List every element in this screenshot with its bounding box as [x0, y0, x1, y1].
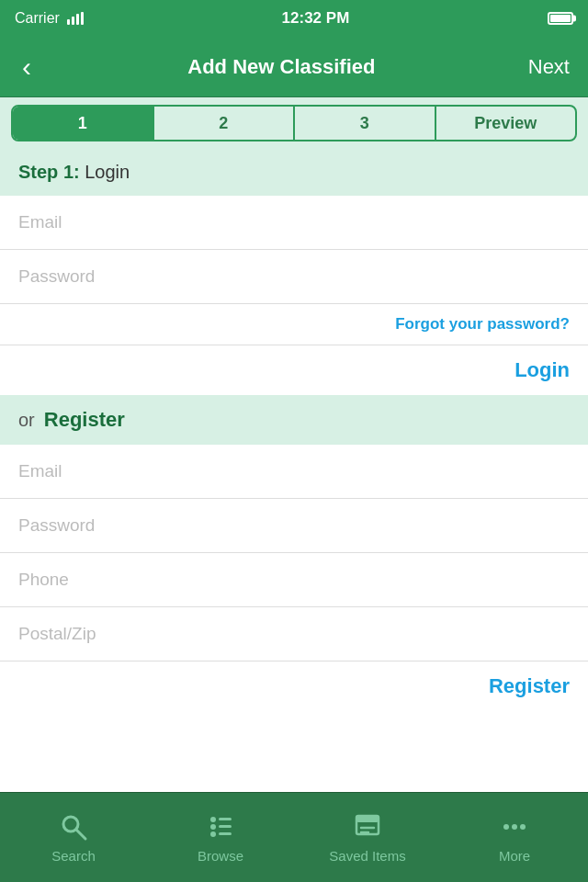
- back-button[interactable]: ‹: [18, 46, 35, 88]
- tab-more[interactable]: More: [441, 811, 588, 864]
- register-form: Register: [0, 445, 588, 711]
- login-password-field[interactable]: [0, 250, 588, 304]
- svg-rect-9: [219, 825, 232, 828]
- battery-icon: [548, 12, 573, 25]
- saved-icon: [352, 811, 383, 842]
- carrier-info: Carrier: [15, 10, 84, 27]
- forgot-password-link[interactable]: Forgot your password?: [395, 315, 570, 333]
- register-email-input[interactable]: [18, 461, 570, 481]
- forgot-password-row: Forgot your password?: [0, 304, 588, 345]
- svg-rect-0: [67, 19, 70, 25]
- step-tab-preview[interactable]: Preview: [436, 107, 576, 140]
- step-tab-1[interactable]: 1: [13, 107, 154, 140]
- more-icon: [499, 811, 530, 842]
- svg-point-17: [512, 824, 517, 830]
- status-bar: Carrier 12:32 PM: [0, 0, 588, 37]
- tab-saved[interactable]: Saved Items: [294, 811, 441, 864]
- step-label-normal: Login: [80, 162, 130, 182]
- login-email-input[interactable]: [18, 212, 570, 232]
- browse-icon: [205, 811, 236, 842]
- svg-rect-7: [219, 818, 232, 820]
- register-phone-field[interactable]: [0, 553, 588, 607]
- register-phone-input[interactable]: [18, 570, 570, 590]
- svg-point-6: [210, 817, 216, 822]
- step-tab-3[interactable]: 3: [295, 107, 436, 140]
- more-tab-label: More: [499, 848, 530, 864]
- saved-tab-label: Saved Items: [329, 848, 405, 864]
- register-button-row: Register: [0, 662, 588, 711]
- browse-tab-label: Browse: [198, 848, 243, 864]
- login-password-input[interactable]: [18, 266, 570, 287]
- or-label: or: [18, 410, 35, 431]
- login-form: Forgot your password? Login: [0, 196, 588, 395]
- svg-point-18: [520, 824, 526, 830]
- register-title: Register: [44, 408, 125, 432]
- nav-bar: ‹ Add New Classified Next: [0, 37, 588, 97]
- carrier-label: Carrier: [15, 10, 60, 27]
- svg-rect-13: [356, 816, 379, 822]
- search-icon: [58, 811, 89, 842]
- register-button[interactable]: Register: [489, 674, 570, 697]
- search-tab-label: Search: [51, 848, 96, 864]
- step-tabs-inner: 1 2 3 Preview: [11, 105, 577, 141]
- tab-bar: Search Browse Saved Items: [0, 792, 588, 882]
- svg-rect-2: [76, 14, 79, 25]
- register-section-header: or Register: [0, 395, 588, 445]
- step-tabs-container: 1 2 3 Preview: [0, 97, 588, 149]
- page-title: Add New Classified: [187, 55, 375, 79]
- svg-rect-1: [72, 17, 74, 25]
- wifi-icon: [67, 12, 84, 25]
- svg-point-10: [210, 831, 216, 837]
- svg-line-5: [76, 830, 85, 839]
- register-email-field[interactable]: [0, 445, 588, 499]
- register-postal-input[interactable]: [18, 624, 570, 644]
- register-password-input[interactable]: [18, 515, 570, 536]
- register-password-field[interactable]: [0, 499, 588, 553]
- battery-area: [548, 12, 573, 25]
- svg-rect-11: [219, 832, 232, 835]
- status-time: 12:32 PM: [282, 9, 350, 28]
- tab-browse[interactable]: Browse: [147, 811, 294, 864]
- step-tab-2[interactable]: 2: [154, 107, 296, 140]
- tab-search[interactable]: Search: [0, 811, 147, 864]
- next-button[interactable]: Next: [528, 55, 570, 79]
- login-email-field[interactable]: [0, 196, 588, 250]
- login-button[interactable]: Login: [514, 358, 570, 381]
- svg-point-16: [503, 824, 509, 830]
- login-section-header: Step 1: Login: [0, 149, 588, 196]
- login-button-row: Login: [0, 345, 588, 395]
- step-label-bold: Step 1:: [18, 162, 80, 182]
- svg-point-8: [210, 824, 216, 830]
- svg-rect-3: [81, 12, 84, 25]
- register-postal-field[interactable]: [0, 607, 588, 662]
